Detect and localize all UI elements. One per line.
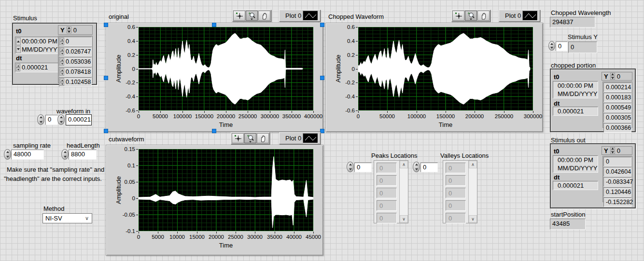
element-spinner[interactable] [60, 58, 64, 66]
element-spinner[interactable] [60, 78, 64, 86]
chevron-down-icon: ∨ [471, 217, 475, 221]
spin-down-button[interactable] [610, 77, 615, 80]
valleys-scrollbar[interactable]: ∧ ∨ [468, 161, 477, 223]
peaks-index-spinner[interactable] [347, 162, 354, 172]
axis-tick-mark [275, 232, 275, 234]
spin-up-button[interactable] [60, 48, 64, 52]
zoom-tool-button[interactable] [246, 11, 258, 21]
plot-legend[interactable]: Plot 0 [279, 10, 321, 22]
zoom-tool-button[interactable] [244, 133, 256, 143]
array-element[interactable]: 0.078418 [59, 67, 92, 77]
spin-up-icon [61, 80, 63, 81]
spin-up-button[interactable] [610, 73, 615, 76]
spin-down-button[interactable] [610, 151, 615, 154]
cursor-tool-button[interactable] [233, 11, 245, 21]
element-spinner[interactable] [60, 48, 64, 55]
array-element[interactable]: 0.026747 [59, 47, 92, 56]
array-element: 0.000366 [603, 123, 631, 133]
sampling-rate-field[interactable]: 48000 [11, 150, 44, 160]
selection-handle[interactable] [320, 76, 324, 80]
element-spinner[interactable] [60, 38, 64, 45]
axis-tick-label: 0.4 [127, 38, 135, 44]
cursor-tool-button[interactable] [452, 11, 464, 21]
axis-tick-mark [255, 232, 255, 234]
stimulus-y-index-value: 0 [556, 42, 567, 50]
axis-tick-mark [136, 149, 138, 150]
stimulus-cluster: t0 00:00:00 PM MM/DD/YYYY dt 0.000021 Y … [12, 23, 97, 85]
axis-tick-label: -0.1 [126, 228, 135, 234]
spin-up-button[interactable] [16, 38, 21, 45]
spin-up-button[interactable] [60, 78, 64, 82]
pan-tool-button[interactable] [258, 11, 270, 21]
spin-down-button[interactable] [16, 46, 21, 54]
spin-up-button[interactable] [60, 58, 64, 62]
zoom-tool-button[interactable] [465, 11, 477, 21]
stimulus-t0-field[interactable]: 00:00:00 PM MM/DD/YYYY [15, 37, 59, 54]
selection-handle[interactable] [212, 23, 216, 27]
spin-down-button[interactable] [67, 30, 71, 34]
legend-label: Plot 0 [505, 12, 521, 19]
y-index-control[interactable]: Y 0 [58, 25, 93, 35]
method-dropdown[interactable]: NI-SV ∨ [42, 213, 92, 223]
cursor-tool-button[interactable] [232, 133, 244, 143]
y-index-control[interactable]: Y 0 [602, 72, 632, 81]
pan-tool-button[interactable] [257, 133, 269, 143]
spin-down-button[interactable] [60, 62, 64, 66]
headlength-field[interactable]: 8800 [69, 150, 97, 160]
array-element[interactable]: 0.053036 [59, 57, 92, 67]
y-index-spinner[interactable] [610, 73, 615, 80]
dt-spinner[interactable] [16, 64, 20, 71]
plot-legend[interactable]: Plot 0 [279, 132, 321, 144]
sampling-rate-spinner[interactable] [4, 149, 11, 160]
spin-up-button[interactable] [16, 64, 20, 68]
element-spinner[interactable] [60, 68, 64, 76]
selection-handle[interactable] [212, 129, 216, 133]
spin-down-button[interactable] [60, 72, 64, 76]
t0-spinner[interactable] [16, 38, 21, 53]
waveform-in-value-spinner[interactable] [57, 114, 65, 125]
y-index-spinner[interactable] [610, 147, 615, 154]
plot-legend[interactable]: Plot 0 [499, 10, 540, 22]
headlength-spinner[interactable] [61, 149, 69, 160]
scroll-down-button[interactable]: ∨ [400, 215, 408, 223]
stimulus-y-index-field[interactable]: 0 [556, 41, 568, 51]
selection-handle[interactable] [104, 129, 108, 133]
plot-area[interactable] [139, 149, 313, 231]
spin-up-button[interactable] [610, 147, 615, 151]
y-index-control[interactable]: Y 0 [602, 146, 632, 155]
array-element: 0 [446, 200, 466, 211]
y-index-spinner[interactable] [67, 27, 71, 33]
selection-handle[interactable] [320, 23, 324, 27]
valleys-index-field[interactable]: 0 [420, 163, 438, 172]
scroll-down-button[interactable]: ∨ [469, 215, 477, 223]
valleys-index-spinner[interactable] [413, 162, 420, 172]
stimulus-y-index-spinner[interactable] [548, 41, 555, 51]
stimulus-dt-field[interactable]: 0.000021 [15, 63, 59, 72]
spin-down-button[interactable] [60, 52, 64, 55]
waveform-in-index-field[interactable]: 0 [45, 115, 58, 125]
scroll-up-button[interactable]: ∧ [469, 161, 477, 168]
pan-tool-button[interactable] [477, 11, 490, 21]
array-element[interactable]: 0 [59, 37, 92, 46]
array-element: 0 [603, 157, 631, 166]
array-element[interactable]: 0.102458 [59, 77, 92, 87]
selection-handle[interactable] [104, 76, 108, 80]
spin-down-button[interactable] [60, 82, 64, 86]
scroll-up-button[interactable]: ∧ [400, 161, 408, 168]
selection-handle[interactable] [104, 23, 108, 27]
waveform-in-value-field[interactable]: 0.000213 [66, 114, 92, 125]
spin-down-button[interactable] [60, 41, 64, 45]
plot-area[interactable] [358, 27, 533, 110]
element-value: 0.000366 [604, 124, 631, 131]
spin-up-icon [6, 151, 9, 153]
selection-handle[interactable] [320, 129, 324, 133]
spin-up-button[interactable] [67, 27, 71, 30]
peaks-scrollbar[interactable]: ∧ ∨ [399, 161, 408, 223]
spin-up-button[interactable] [60, 68, 64, 72]
peaks-index-field[interactable]: 0 [354, 163, 372, 172]
plot-area[interactable] [139, 27, 313, 110]
spin-up-button[interactable] [60, 38, 64, 41]
axis-tick-label: 0.6 [127, 24, 135, 30]
spin-down-button[interactable] [16, 68, 20, 71]
waveform-in-index-spinner[interactable] [37, 114, 44, 125]
